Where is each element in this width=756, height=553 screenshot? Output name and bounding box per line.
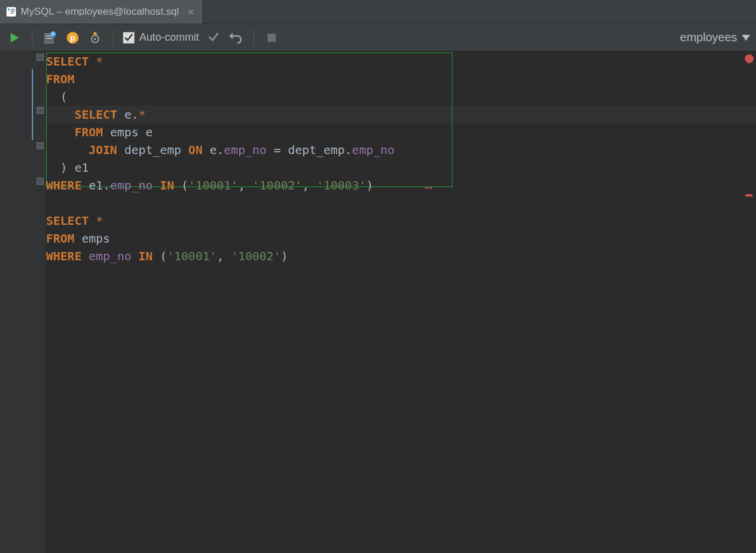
code-line[interactable]: SELECT e.* — [46, 106, 146, 123]
separator — [253, 30, 254, 45]
commit-button[interactable] — [205, 30, 221, 46]
tab-title: MySQL – employees@localhost.sql — [21, 6, 179, 18]
settings-button[interactable] — [87, 30, 103, 46]
run-button[interactable] — [6, 30, 22, 46]
toolbar: p Auto-commit employees — [0, 24, 756, 51]
autocommit-label: Auto-commit — [139, 31, 199, 44]
code-editor[interactable]: SELECT *FROM ( SELECT e.* FROM emps e JO… — [46, 51, 756, 553]
code-line[interactable]: SELECT * — [46, 212, 103, 230]
code-line[interactable]: WHERE emp_no IN ('10001', '10002') — [46, 247, 288, 265]
svg-point-8 — [94, 38, 96, 40]
checkbox-icon — [123, 32, 135, 44]
explain-plan-button[interactable] — [42, 30, 58, 46]
gutter[interactable] — [0, 51, 46, 553]
svg-rect-3 — [46, 38, 52, 39]
tab-close-button[interactable]: × — [186, 6, 196, 17]
code-line[interactable]: FROM emps — [46, 230, 110, 247]
code-line[interactable]: ) e1 — [46, 159, 89, 176]
code-line[interactable]: FROM — [46, 70, 74, 88]
separator — [113, 30, 113, 45]
chevron-down-icon — [742, 35, 750, 41]
rollback-button[interactable] — [227, 30, 244, 46]
fold-handle[interactable] — [37, 107, 44, 114]
database-selector[interactable]: employees — [680, 31, 750, 44]
code-line[interactable]: ( — [46, 88, 67, 106]
code-line[interactable]: JOIN dept_emp ON e.emp_no = dept_emp.emp… — [46, 141, 395, 159]
file-tab[interactable]: MySQL – employees@localhost.sql × — [0, 0, 203, 24]
database-selected-label: employees — [680, 31, 737, 44]
fold-handle[interactable] — [37, 178, 44, 185]
error-indicator-icon[interactable] — [745, 54, 754, 63]
svg-text:p: p — [70, 33, 76, 42]
stop-button[interactable] — [263, 30, 280, 46]
code-line[interactable]: SELECT * — [46, 53, 103, 70]
tab-bar: MySQL – employees@localhost.sql × — [0, 0, 756, 24]
separator — [32, 30, 32, 45]
error-stripe-mark[interactable] — [745, 194, 752, 197]
error-stripe[interactable] — [745, 53, 755, 553]
error-squiggle — [424, 187, 432, 189]
svg-rect-9 — [268, 34, 276, 42]
editor-area: SELECT *FROM ( SELECT e.* FROM emps e JO… — [0, 51, 756, 553]
code-line[interactable]: WHERE e1.emp_no IN ('10001', '10002', '1… — [46, 176, 373, 194]
parameters-button[interactable]: p — [64, 30, 81, 46]
gutter-indent-guide — [32, 69, 33, 140]
fold-handle[interactable] — [37, 54, 44, 61]
code-line[interactable]: FROM emps e — [46, 123, 153, 141]
autocommit-toggle[interactable]: Auto-commit — [123, 31, 199, 44]
fold-handle[interactable] — [37, 142, 44, 149]
caret-line-highlight — [46, 106, 756, 123]
sql-file-icon — [6, 6, 17, 17]
